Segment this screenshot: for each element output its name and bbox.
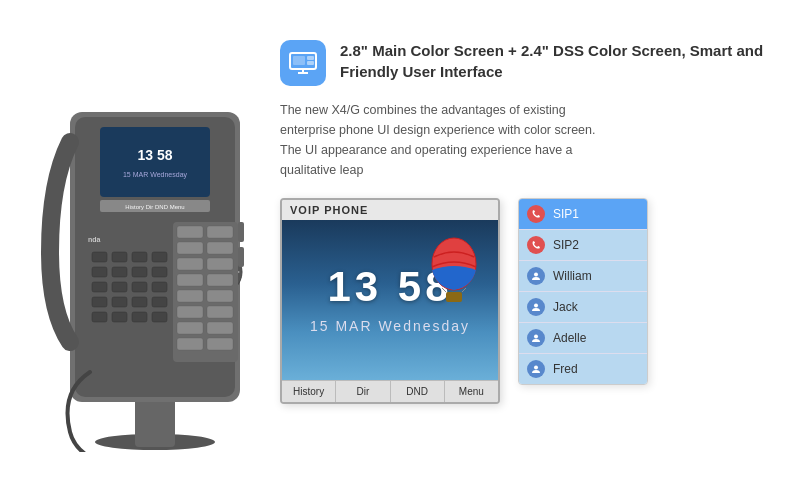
svg-rect-20	[132, 282, 147, 292]
svg-rect-27	[112, 312, 127, 322]
svg-rect-22	[92, 297, 107, 307]
svg-rect-44	[207, 258, 233, 270]
svg-rect-43	[177, 258, 203, 270]
nav-dir[interactable]: Dir	[336, 381, 390, 402]
svg-rect-37	[238, 247, 244, 267]
nav-history[interactable]: History	[282, 381, 336, 402]
svg-rect-45	[177, 274, 203, 286]
person-icon-jack	[527, 298, 545, 316]
dss-panel: SIP1 SIP2 William	[518, 198, 648, 385]
svg-line-64	[442, 288, 446, 292]
svg-rect-13	[152, 252, 167, 262]
phone-graphic: 13 58 15 MAR Wednesday History Dir DND M…	[40, 52, 270, 452]
svg-point-69	[534, 366, 538, 370]
svg-rect-60	[307, 61, 314, 65]
nav-menu[interactable]: Menu	[445, 381, 498, 402]
svg-rect-24	[132, 297, 147, 307]
dss-label-jack: Jack	[553, 300, 578, 314]
svg-rect-36	[238, 222, 244, 242]
svg-rect-50	[207, 306, 233, 318]
nav-dnd[interactable]: DND	[391, 381, 445, 402]
feature-description: The new X4/G combines the advantages of …	[280, 100, 620, 180]
person-icon-adelle	[527, 329, 545, 347]
svg-rect-59	[307, 56, 314, 60]
dss-label-sip2: SIP2	[553, 238, 579, 252]
svg-rect-58	[293, 56, 305, 65]
feature-title: 2.8" Main Color Screen + 2.4" DSS Color …	[340, 40, 790, 82]
dss-label-william: William	[553, 269, 592, 283]
svg-rect-15	[112, 267, 127, 277]
phone-icon-sip2	[527, 236, 545, 254]
dss-item-fred[interactable]: Fred	[519, 354, 647, 384]
svg-rect-40	[207, 226, 233, 238]
screen-body: 13 58 15 MAR Wednesday	[282, 220, 498, 380]
svg-rect-14	[92, 267, 107, 277]
feature-content: 2.8" Main Color Screen + 2.4" DSS Color …	[280, 40, 790, 404]
feature-header: 2.8" Main Color Screen + 2.4" DSS Color …	[280, 40, 790, 86]
dss-label-adelle: Adelle	[553, 331, 586, 345]
svg-rect-49	[177, 306, 203, 318]
svg-rect-28	[132, 312, 147, 322]
svg-rect-63	[446, 292, 462, 302]
svg-point-68	[534, 335, 538, 339]
svg-rect-12	[132, 252, 147, 262]
svg-rect-18	[92, 282, 107, 292]
dss-item-jack[interactable]: Jack	[519, 292, 647, 323]
svg-rect-47	[177, 290, 203, 302]
svg-text:15 MAR Wednesday: 15 MAR Wednesday	[123, 171, 188, 179]
dss-label-sip1: SIP1	[553, 207, 579, 221]
svg-rect-26	[92, 312, 107, 322]
svg-rect-16	[132, 267, 147, 277]
svg-text:History  Dir  DND  Menu: History Dir DND Menu	[125, 204, 184, 210]
svg-rect-52	[207, 322, 233, 334]
screen-header: VOIP PHONE	[282, 200, 498, 220]
svg-rect-11	[112, 252, 127, 262]
svg-rect-17	[152, 267, 167, 277]
dss-label-fred: Fred	[553, 362, 578, 376]
monitor-icon	[280, 40, 326, 86]
screen-nav-bar: History Dir DND Menu	[282, 380, 498, 402]
svg-rect-10	[92, 252, 107, 262]
demo-row: VOIP PHONE 13 58	[280, 198, 790, 404]
svg-rect-54	[207, 338, 233, 350]
dss-item-sip1[interactable]: SIP1	[519, 199, 647, 230]
svg-point-67	[534, 304, 538, 308]
svg-point-66	[534, 273, 538, 277]
svg-rect-41	[177, 242, 203, 254]
phone-screen-mockup: VOIP PHONE 13 58	[280, 198, 500, 404]
svg-rect-21	[152, 282, 167, 292]
svg-text:nda: nda	[88, 236, 101, 243]
svg-rect-46	[207, 274, 233, 286]
dss-item-sip2[interactable]: SIP2	[519, 230, 647, 261]
svg-rect-39	[177, 226, 203, 238]
svg-line-65	[462, 288, 466, 292]
balloon-icon	[424, 232, 484, 312]
svg-rect-23	[112, 297, 127, 307]
dss-item-adelle[interactable]: Adelle	[519, 323, 647, 354]
person-icon-william	[527, 267, 545, 285]
svg-rect-51	[177, 322, 203, 334]
phone-image-section: 13 58 15 MAR Wednesday History Dir DND M…	[0, 0, 310, 503]
svg-rect-19	[112, 282, 127, 292]
svg-text:13 58: 13 58	[137, 147, 172, 163]
svg-rect-42	[207, 242, 233, 254]
dss-item-william[interactable]: William	[519, 261, 647, 292]
svg-rect-53	[177, 338, 203, 350]
person-icon-fred	[527, 360, 545, 378]
svg-rect-29	[152, 312, 167, 322]
svg-rect-25	[152, 297, 167, 307]
phone-icon-sip1	[527, 205, 545, 223]
svg-rect-48	[207, 290, 233, 302]
screen-date: 15 MAR Wednesday	[310, 318, 470, 334]
